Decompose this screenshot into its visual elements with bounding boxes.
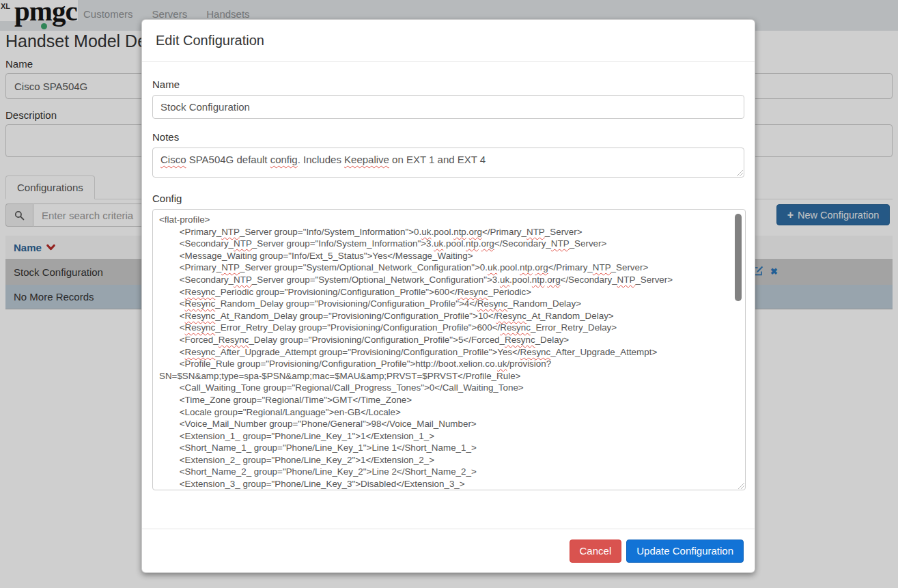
scrollbar-thumb[interactable] xyxy=(735,214,742,301)
edit-configuration-modal: Edit Configuration Name Notes Cisco SPA5… xyxy=(141,19,755,573)
cancel-button[interactable]: Cancel xyxy=(570,540,622,563)
modal-config-label: Config xyxy=(152,193,744,204)
configuration-name-input[interactable] xyxy=(152,95,744,119)
modal-name-label: Name xyxy=(152,79,744,90)
modal-notes-label: Notes xyxy=(152,131,744,143)
modal-footer: Cancel Update Configuration xyxy=(142,529,755,572)
update-configuration-button[interactable]: Update Configuration xyxy=(626,540,744,563)
modal-title: Edit Configuration xyxy=(156,33,741,48)
modal-body: Name Notes Cisco SPA504G default config.… xyxy=(142,62,755,490)
resize-grip-icon[interactable] xyxy=(737,481,744,489)
configuration-notes-textarea[interactable]: Cisco SPA504G default config. Includes K… xyxy=(152,148,744,178)
modal-header: Edit Configuration xyxy=(142,20,755,62)
resize-grip-icon[interactable] xyxy=(735,169,743,176)
configuration-config-textarea[interactable]: <flat-profile> <Primary_NTP_Server group… xyxy=(152,209,746,490)
app-root: XL pmgc Customers Servers Handsets Hands… xyxy=(0,0,898,588)
